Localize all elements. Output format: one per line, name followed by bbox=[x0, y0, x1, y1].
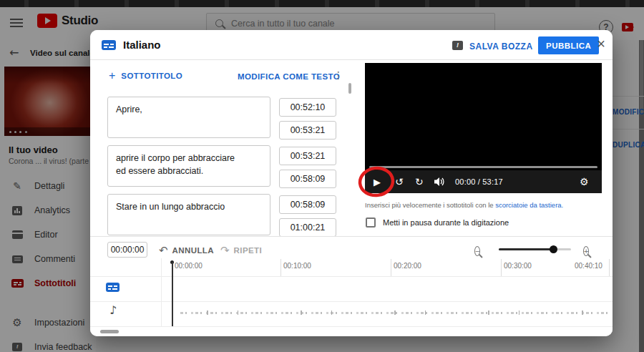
zoom-out-icon[interactable]: − bbox=[474, 244, 484, 254]
ruler-label: 00:20:00 bbox=[394, 262, 421, 270]
cue-start-time[interactable]: 00:53:21 bbox=[279, 147, 336, 165]
zoom-slider-knob[interactable] bbox=[550, 245, 557, 253]
undo-button[interactable]: ↶ ANNULLA bbox=[159, 244, 214, 257]
cue-end-time[interactable]: 01:00:21 bbox=[279, 218, 336, 237]
undo-label: ANNULLA bbox=[172, 246, 214, 255]
player-progress-bar[interactable] bbox=[369, 166, 597, 168]
pause-while-typing-label: Metti in pausa durante la digitazione bbox=[383, 218, 509, 227]
cue-start-time[interactable]: 00:58:09 bbox=[279, 195, 336, 214]
zoom-slider-fill bbox=[499, 248, 553, 250]
cue-end-time[interactable]: 00:58:09 bbox=[279, 170, 336, 188]
subtitles-icon bbox=[102, 40, 116, 50]
timeline-section: 00:00:00 ↶ ANNULLA ↷ RIPETI − + 00:00:00… bbox=[90, 236, 613, 336]
playhead-line bbox=[172, 262, 173, 326]
pause-while-typing-checkbox[interactable] bbox=[366, 217, 376, 228]
track-divider bbox=[90, 301, 613, 302]
player-settings-icon[interactable]: ⚙ bbox=[580, 170, 589, 193]
cue-text-input[interactable]: Stare in un lungo abbraccio bbox=[107, 194, 270, 235]
save-draft-button[interactable]: SALVA BOZZA bbox=[469, 41, 533, 52]
subtitle-track-icon bbox=[106, 283, 119, 292]
subtitle-editor-dialog: Italiano SALVA BOZZA PUBBLICA × + SOTTOT… bbox=[90, 30, 613, 336]
ruler-label: 00:30:00 bbox=[504, 262, 532, 270]
dialog-title: Italiano bbox=[123, 39, 161, 51]
video-player[interactable]: ▶ ↺ ↻ 00:00 / 53:17 ⚙ bbox=[365, 63, 602, 193]
player-time-display: 00:00 / 53:17 bbox=[455, 170, 503, 193]
ruler-tick bbox=[501, 259, 502, 276]
zoom-in-icon[interactable]: + bbox=[583, 244, 593, 254]
ruler-tick bbox=[391, 259, 391, 276]
add-subtitle-button[interactable]: + SOTTOTITOLO bbox=[109, 70, 182, 82]
cue-text-input[interactable]: aprire il corpo per abbracciare ed esser… bbox=[107, 145, 270, 187]
redo-icon: ↷ bbox=[220, 244, 230, 257]
timeline-zoom-slider[interactable] bbox=[499, 248, 571, 250]
player-controls-bar: ▶ ↺ ↻ 00:00 / 53:17 ⚙ bbox=[365, 170, 602, 193]
track-label-separator bbox=[161, 258, 162, 326]
timecode-input[interactable]: 00:00:00 bbox=[107, 242, 147, 258]
seek-back-icon[interactable]: ↺ bbox=[395, 170, 404, 193]
youtube-studio-screen: Studio ? ← Video sul canale Il tuo video… bbox=[0, 0, 644, 352]
ruler-tick bbox=[609, 259, 610, 276]
shortcut-tip: Inserisci più velocemente i sottotitoli … bbox=[365, 201, 613, 209]
redo-button[interactable]: ↷ RIPETI bbox=[220, 244, 262, 257]
cue-end-time[interactable]: 00:53:21 bbox=[279, 121, 336, 140]
audio-track-icon: ♪ bbox=[109, 303, 117, 317]
cue-list-scrollbar[interactable] bbox=[348, 83, 351, 94]
plus-icon: + bbox=[109, 70, 115, 82]
ruler-label: 00:40:10 bbox=[575, 262, 602, 270]
ruler-tick bbox=[280, 259, 281, 276]
track-divider bbox=[90, 276, 613, 277]
redo-label: RIPETI bbox=[234, 246, 262, 255]
tip-text: Inserisci più velocemente i sottotitoli … bbox=[365, 201, 495, 209]
track-divider bbox=[90, 326, 613, 327]
add-subtitle-label: SOTTOTITOLO bbox=[121, 72, 182, 80]
publish-button[interactable]: PUBBLICA bbox=[538, 36, 599, 54]
ruler-label: 00:10:00 bbox=[283, 262, 311, 270]
volume-icon[interactable] bbox=[434, 170, 445, 193]
more-options-icon[interactable]: ⋮ bbox=[333, 69, 343, 81]
seek-forward-icon[interactable]: ↻ bbox=[415, 170, 424, 193]
ruler-label: 00:00:00 bbox=[175, 262, 203, 270]
audio-waveform bbox=[180, 312, 610, 314]
cue-start-time[interactable]: 00:52:10 bbox=[279, 98, 336, 117]
keyboard-shortcuts-link[interactable]: scorciatoie da tastiera. bbox=[495, 201, 563, 209]
dialog-header: Italiano SALVA BOZZA PUBBLICA × bbox=[90, 30, 613, 60]
feedback-icon[interactable] bbox=[452, 41, 463, 50]
cue-text-input[interactable]: Aprire, bbox=[107, 97, 270, 138]
undo-icon: ↶ bbox=[159, 244, 168, 257]
timeline-horizontal-scrollbar[interactable] bbox=[100, 330, 119, 333]
play-icon[interactable]: ▶ bbox=[374, 170, 381, 193]
close-icon[interactable]: × bbox=[593, 36, 609, 52]
edit-as-text-button[interactable]: MODIFICA COME TESTO bbox=[238, 72, 340, 81]
